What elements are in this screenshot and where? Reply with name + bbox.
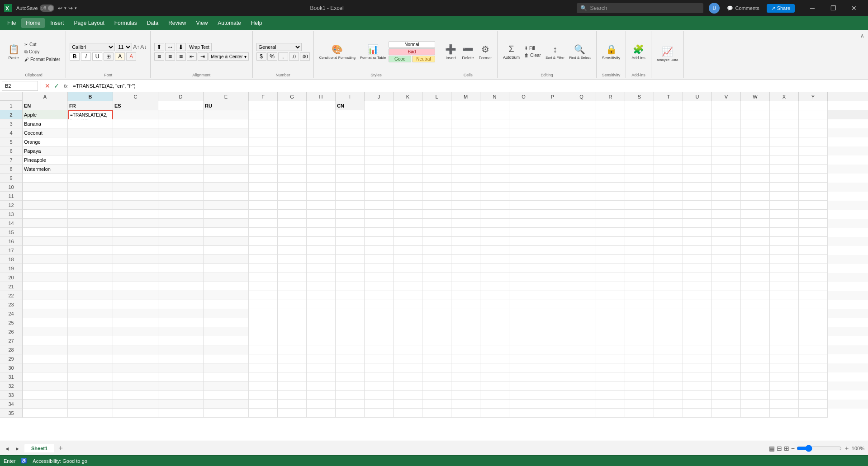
col-header-A[interactable]: A (23, 92, 68, 101)
row-num-14[interactable]: 14 (0, 219, 23, 228)
cell-V1[interactable] (712, 101, 741, 110)
table-cell[interactable] (249, 228, 278, 237)
cell-L8[interactable] (422, 165, 451, 174)
cell-C16[interactable] (113, 237, 158, 246)
table-cell[interactable] (451, 318, 480, 327)
cell-G6[interactable] (278, 146, 307, 155)
cell-E15[interactable] (204, 228, 249, 237)
table-cell[interactable] (451, 354, 480, 363)
cell-D25[interactable] (158, 318, 204, 327)
table-cell[interactable] (509, 255, 538, 264)
table-cell[interactable] (278, 300, 307, 309)
table-cell[interactable] (770, 363, 799, 372)
table-cell[interactable] (596, 372, 625, 381)
cell-D35[interactable] (158, 409, 204, 418)
cell-D8[interactable] (158, 165, 204, 174)
table-cell[interactable] (799, 282, 828, 291)
copy-button[interactable]: ⧉ Copy (23, 48, 62, 56)
table-cell[interactable] (365, 291, 394, 300)
cell-D13[interactable] (158, 210, 204, 219)
row-num-29[interactable]: 29 (0, 354, 23, 363)
table-cell[interactable] (422, 318, 451, 327)
table-cell[interactable] (770, 237, 799, 246)
cell-E12[interactable] (204, 201, 249, 210)
table-cell[interactable] (336, 228, 365, 237)
table-cell[interactable] (683, 255, 712, 264)
formula-input[interactable] (71, 81, 866, 91)
table-cell[interactable] (307, 300, 336, 309)
cell-A6[interactable]: Papaya (23, 146, 68, 155)
table-cell[interactable] (683, 210, 712, 219)
cell-E33[interactable] (204, 391, 249, 400)
table-cell[interactable] (422, 354, 451, 363)
cell-H7[interactable] (307, 155, 336, 165)
table-cell[interactable] (538, 174, 567, 183)
table-cell[interactable] (422, 192, 451, 201)
table-cell[interactable] (741, 201, 770, 210)
cell-B22[interactable] (68, 291, 113, 300)
table-cell[interactable] (451, 291, 480, 300)
style-neutral[interactable]: Neutral (412, 56, 435, 62)
cell-B12[interactable] (68, 201, 113, 210)
table-cell[interactable] (509, 318, 538, 327)
table-cell[interactable] (394, 291, 422, 300)
cell-N1[interactable] (480, 101, 509, 110)
menu-review[interactable]: Review (164, 18, 190, 28)
cell-Q8[interactable] (567, 165, 596, 174)
table-cell[interactable] (538, 309, 567, 318)
table-cell[interactable] (249, 391, 278, 400)
cell-E34[interactable] (204, 400, 249, 409)
table-cell[interactable] (567, 381, 596, 391)
col-header-B[interactable]: B (68, 92, 113, 101)
table-cell[interactable] (596, 327, 625, 336)
table-cell[interactable] (654, 309, 683, 318)
autosave-toggle[interactable]: AutoSave Off (16, 5, 54, 12)
table-cell[interactable] (394, 381, 422, 391)
fill-button[interactable]: ⬇ Fill (522, 45, 543, 52)
table-cell[interactable] (365, 183, 394, 192)
row-num-16[interactable]: 16 (0, 237, 23, 246)
table-cell[interactable] (365, 336, 394, 345)
table-cell[interactable] (278, 264, 307, 273)
decrease-indent-icon[interactable]: ⇤ (187, 52, 197, 61)
table-cell[interactable] (336, 381, 365, 391)
table-cell[interactable] (307, 183, 336, 192)
table-cell[interactable] (799, 201, 828, 210)
table-cell[interactable] (567, 354, 596, 363)
table-cell[interactable] (307, 372, 336, 381)
table-cell[interactable] (712, 309, 741, 318)
table-cell[interactable] (538, 192, 567, 201)
cell-H8[interactable] (307, 165, 336, 174)
table-cell[interactable] (480, 228, 509, 237)
cell-M5[interactable] (451, 137, 480, 146)
table-cell[interactable] (770, 183, 799, 192)
table-cell[interactable] (509, 309, 538, 318)
cell-E31[interactable] (204, 372, 249, 381)
table-cell[interactable] (654, 237, 683, 246)
table-cell[interactable] (451, 300, 480, 309)
table-cell[interactable] (596, 400, 625, 409)
table-cell[interactable] (249, 372, 278, 381)
cell-A17[interactable] (23, 246, 68, 255)
row-num-24[interactable]: 24 (0, 309, 23, 318)
table-cell[interactable] (278, 318, 307, 327)
table-cell[interactable] (278, 354, 307, 363)
font-name-select[interactable]: Calibri (70, 43, 115, 51)
cell-C18[interactable] (113, 255, 158, 264)
table-cell[interactable] (249, 318, 278, 327)
cell-T5[interactable] (654, 137, 683, 146)
table-cell[interactable] (770, 174, 799, 183)
cell-U3[interactable] (683, 119, 712, 128)
table-cell[interactable] (249, 183, 278, 192)
cell-B14[interactable] (68, 219, 113, 228)
cell-Y7[interactable] (799, 155, 828, 165)
cell-P7[interactable] (538, 155, 567, 165)
cell-E4[interactable] (204, 128, 249, 137)
table-cell[interactable] (249, 300, 278, 309)
table-cell[interactable] (625, 183, 654, 192)
cell-E2[interactable] (204, 110, 249, 119)
cell-Q7[interactable] (567, 155, 596, 165)
cell-B18[interactable] (68, 255, 113, 264)
cell-C13[interactable] (113, 210, 158, 219)
menu-file[interactable]: File (3, 18, 20, 28)
